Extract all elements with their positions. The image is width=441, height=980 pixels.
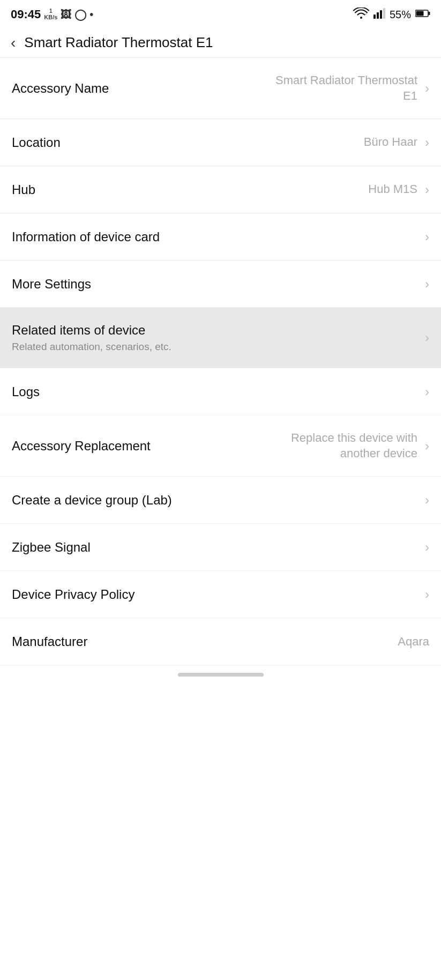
- menu-item-left-accessory-replacement: Accessory Replacement: [12, 439, 267, 454]
- menu-item-manufacturer[interactable]: ManufacturerAqara: [0, 618, 441, 665]
- svg-rect-6: [416, 11, 424, 16]
- svg-rect-0: [373, 14, 376, 19]
- menu-item-logs[interactable]: Logs›: [0, 368, 441, 415]
- menu-item-zigbee-signal[interactable]: Zigbee Signal›: [0, 524, 441, 571]
- svg-rect-1: [377, 12, 379, 19]
- battery-percent: 55%: [390, 9, 411, 21]
- dot-icon: •: [89, 9, 93, 21]
- menu-item-left-hub: Hub: [12, 182, 368, 197]
- menu-item-left-location: Location: [12, 135, 364, 150]
- menu-item-label-manufacturer: Manufacturer: [12, 634, 398, 649]
- menu-item-left-logs: Logs: [12, 384, 422, 399]
- page-title: Smart Radiator Thermostat E1: [24, 34, 213, 51]
- menu-item-label-location: Location: [12, 135, 364, 150]
- menu-item-left-related-items: Related items of deviceRelated automatio…: [12, 323, 422, 353]
- svg-rect-5: [429, 12, 430, 15]
- menu-item-value-hub: Hub M1S: [368, 182, 417, 197]
- menu-item-label-related-items: Related items of device: [12, 323, 422, 338]
- battery-icon: [415, 9, 430, 20]
- menu-item-right-more-settings: ›: [422, 277, 429, 292]
- menu-item-sublabel-related-items: Related automation, scenarios, etc.: [12, 341, 422, 353]
- menu-item-label-more-settings: More Settings: [12, 277, 422, 292]
- menu-item-information-device-card[interactable]: Information of device card›: [0, 213, 441, 261]
- kb-label: KB/s: [44, 14, 57, 20]
- nav-bar: ‹ Smart Radiator Thermostat E1: [0, 28, 441, 58]
- chevron-icon-information-device-card: ›: [425, 229, 429, 244]
- chevron-icon-zigbee-signal: ›: [425, 540, 429, 555]
- menu-item-label-device-privacy-policy: Device Privacy Policy: [12, 587, 422, 602]
- status-time: 09:45: [11, 8, 41, 21]
- menu-item-label-information-device-card: Information of device card: [12, 229, 422, 244]
- chevron-icon-create-device-group: ›: [425, 493, 429, 508]
- menu-item-left-accessory-name: Accessory Name: [12, 81, 267, 96]
- menu-item-right-logs: ›: [422, 384, 429, 399]
- chevron-icon-more-settings: ›: [425, 277, 429, 292]
- menu-item-right-accessory-replacement: Replace this device with another device›: [267, 430, 429, 461]
- menu-item-right-related-items: ›: [422, 330, 429, 345]
- svg-rect-3: [383, 8, 385, 19]
- chevron-icon-logs: ›: [425, 384, 429, 399]
- menu-item-value-accessory-replacement: Replace this device with another device: [267, 430, 417, 461]
- menu-item-right-create-device-group: ›: [422, 493, 429, 508]
- photo-icon: 🖼: [61, 9, 71, 21]
- menu-item-right-zigbee-signal: ›: [422, 540, 429, 555]
- status-right: 55%: [353, 8, 430, 21]
- menu-item-related-items[interactable]: Related items of deviceRelated automatio…: [0, 308, 441, 368]
- chevron-icon-hub: ›: [425, 182, 429, 197]
- kb-indicator: 1 KB/s: [44, 8, 57, 20]
- menu-item-label-accessory-name: Accessory Name: [12, 81, 267, 96]
- menu-item-value-accessory-name: Smart Radiator Thermostat E1: [267, 73, 417, 103]
- menu-list: Accessory NameSmart Radiator Thermostat …: [0, 58, 441, 665]
- menu-item-right-location: Büro Haar›: [364, 135, 429, 150]
- chevron-icon-accessory-name: ›: [425, 81, 429, 96]
- status-bar: 09:45 1 KB/s 🖼 ◯ •: [0, 0, 441, 28]
- menu-item-right-device-privacy-policy: ›: [422, 587, 429, 602]
- menu-item-right-manufacturer: Aqara: [398, 634, 429, 650]
- chevron-icon-accessory-replacement: ›: [425, 439, 429, 454]
- home-indicator: [178, 673, 264, 677]
- status-left: 09:45 1 KB/s 🖼 ◯ •: [11, 8, 93, 21]
- menu-item-location[interactable]: LocationBüro Haar›: [0, 119, 441, 166]
- chevron-icon-device-privacy-policy: ›: [425, 587, 429, 602]
- signal-icon: [373, 8, 385, 21]
- back-button[interactable]: ‹: [11, 35, 16, 50]
- menu-item-value-manufacturer: Aqara: [398, 634, 429, 650]
- menu-item-label-hub: Hub: [12, 182, 368, 197]
- menu-item-left-more-settings: More Settings: [12, 277, 422, 292]
- menu-item-left-create-device-group: Create a device group (Lab): [12, 493, 422, 508]
- menu-item-label-zigbee-signal: Zigbee Signal: [12, 540, 422, 555]
- bottom-bar: [0, 665, 441, 682]
- menu-item-accessory-name[interactable]: Accessory NameSmart Radiator Thermostat …: [0, 58, 441, 119]
- menu-item-left-zigbee-signal: Zigbee Signal: [12, 540, 422, 555]
- menu-item-label-create-device-group: Create a device group (Lab): [12, 493, 422, 508]
- menu-item-device-privacy-policy[interactable]: Device Privacy Policy›: [0, 571, 441, 618]
- menu-item-left-device-privacy-policy: Device Privacy Policy: [12, 587, 422, 602]
- menu-item-right-hub: Hub M1S›: [368, 182, 429, 197]
- circle-icon: ◯: [74, 8, 86, 21]
- wifi-icon: [353, 8, 369, 21]
- menu-item-accessory-replacement[interactable]: Accessory ReplacementReplace this device…: [0, 415, 441, 477]
- chevron-icon-related-items: ›: [425, 330, 429, 345]
- chevron-icon-location: ›: [425, 135, 429, 150]
- menu-item-label-accessory-replacement: Accessory Replacement: [12, 439, 267, 454]
- menu-item-hub[interactable]: HubHub M1S›: [0, 166, 441, 213]
- menu-item-value-location: Büro Haar: [364, 135, 417, 150]
- menu-item-create-device-group[interactable]: Create a device group (Lab)›: [0, 477, 441, 524]
- svg-rect-2: [380, 10, 382, 19]
- menu-item-left-information-device-card: Information of device card: [12, 229, 422, 244]
- menu-item-right-information-device-card: ›: [422, 229, 429, 244]
- menu-item-right-accessory-name: Smart Radiator Thermostat E1›: [267, 73, 429, 103]
- menu-item-left-manufacturer: Manufacturer: [12, 634, 398, 649]
- menu-item-label-logs: Logs: [12, 384, 422, 399]
- menu-item-more-settings[interactable]: More Settings›: [0, 261, 441, 308]
